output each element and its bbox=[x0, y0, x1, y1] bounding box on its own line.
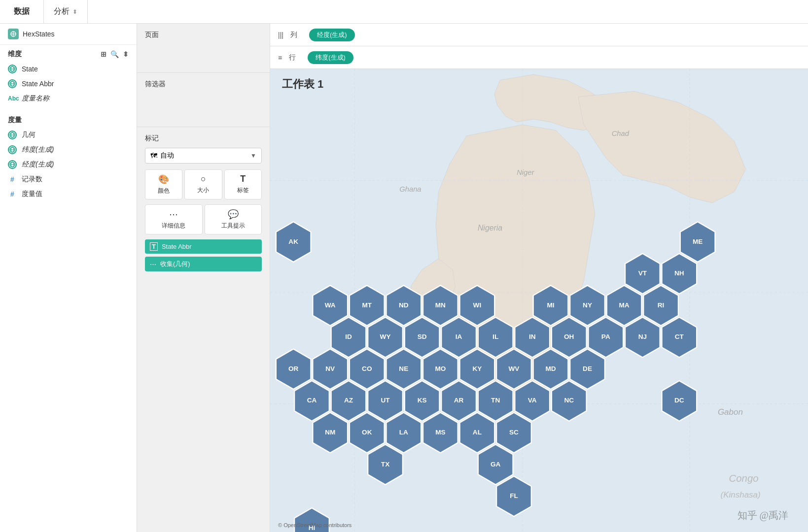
color-label: 颜色 bbox=[158, 187, 170, 195]
hex-state-IA[interactable]: IA bbox=[441, 317, 476, 358]
globe-icon bbox=[8, 145, 17, 154]
svg-marker-54 bbox=[662, 317, 697, 358]
svg-marker-71 bbox=[552, 381, 587, 421]
hex-state-TN[interactable]: TN bbox=[478, 381, 513, 421]
svg-marker-69 bbox=[478, 381, 513, 421]
hex-state-NM[interactable]: NM bbox=[313, 413, 348, 453]
hex-state-KY[interactable]: KY bbox=[460, 349, 495, 390]
measure-item-度量值[interactable]: #度量值 bbox=[0, 187, 137, 201]
measure-item-经度-生成-[interactable]: 经度(生成) bbox=[0, 157, 137, 172]
tab-analysis[interactable]: 分析 ⬍ bbox=[44, 0, 88, 23]
hex-state-NC[interactable]: NC bbox=[552, 381, 587, 421]
dim-label: State Abbr bbox=[22, 80, 54, 88]
hex-state-AL[interactable]: AL bbox=[460, 413, 495, 453]
hex-state-OK[interactable]: OK bbox=[350, 413, 385, 453]
hex-state-WV[interactable]: WV bbox=[496, 349, 531, 390]
hex-state-MO[interactable]: MO bbox=[423, 349, 458, 390]
col-pill[interactable]: 经度(生成) bbox=[309, 29, 355, 41]
hex-state-CT[interactable]: CT bbox=[662, 317, 697, 358]
pill-label: State Abbr bbox=[162, 243, 192, 250]
measures-list: 几何 纬度(生成) 经度(生成)#记录数#度量值 bbox=[0, 128, 137, 201]
hex-state-MD[interactable]: MD bbox=[533, 349, 568, 390]
hex-state-NV[interactable]: NV bbox=[313, 349, 348, 390]
hex-state-SC[interactable]: SC bbox=[496, 413, 531, 453]
hex-state-WI[interactable]: WI bbox=[460, 285, 495, 326]
pill-label: 收集(几何) bbox=[160, 260, 190, 268]
svg-marker-43 bbox=[607, 285, 642, 326]
hex-state-MA[interactable]: MA bbox=[607, 285, 642, 326]
sort-icon[interactable]: ⬍ bbox=[123, 50, 129, 58]
hex-state-FL[interactable]: FL bbox=[496, 476, 531, 517]
hex-state-NY[interactable]: NY bbox=[570, 285, 605, 326]
hex-state-CO[interactable]: CO bbox=[350, 349, 385, 390]
svg-marker-47 bbox=[405, 317, 440, 358]
hex-state-LA[interactable]: LA bbox=[386, 413, 422, 453]
label-button[interactable]: T 标签 bbox=[224, 169, 262, 200]
size-button[interactable]: ○ 大小 bbox=[184, 169, 222, 200]
hex-state-CA[interactable]: CA bbox=[294, 381, 329, 421]
hex-state-WA[interactable]: WA bbox=[313, 285, 348, 326]
hex-state-AR[interactable]: AR bbox=[441, 381, 476, 421]
hex-state-NE[interactable]: NE bbox=[386, 349, 422, 390]
hex-state-VA[interactable]: VA bbox=[515, 381, 550, 421]
dropdown-arrow-icon: ▼ bbox=[250, 152, 256, 159]
hex-state-RI[interactable]: RI bbox=[643, 285, 678, 326]
hex-state-HI[interactable]: HI bbox=[294, 508, 329, 532]
hex-map-overlay[interactable]: AKMEVTNHWAMTNDMNWIMINYMARIIDWYSDIAILINOH… bbox=[270, 69, 808, 532]
hex-state-UT[interactable]: UT bbox=[368, 381, 403, 421]
dimension-item-State[interactable]: State bbox=[0, 62, 137, 76]
hex-state-DE[interactable]: DE bbox=[570, 349, 605, 390]
svg-marker-35 bbox=[662, 254, 697, 294]
hex-state-OR[interactable]: OR bbox=[276, 349, 311, 390]
hex-state-PA[interactable]: PA bbox=[588, 317, 623, 358]
measure-item-几何[interactable]: 几何 bbox=[0, 128, 137, 142]
dimension-item-度量名称[interactable]: Abc度量名称 bbox=[0, 91, 137, 106]
hex-state-ID[interactable]: ID bbox=[331, 317, 366, 358]
hex-state-ME[interactable]: ME bbox=[680, 222, 715, 262]
globe-icon bbox=[8, 79, 17, 88]
hex-state-GA[interactable]: GA bbox=[478, 444, 513, 485]
hex-state-ND[interactable]: ND bbox=[386, 285, 422, 326]
hex-state-NJ[interactable]: NJ bbox=[625, 317, 660, 358]
hex-state-DC[interactable]: DC bbox=[662, 381, 697, 421]
hex-state-KS[interactable]: KS bbox=[405, 381, 440, 421]
svg-marker-45 bbox=[331, 317, 366, 358]
hex-state-NH[interactable]: NH bbox=[662, 254, 697, 294]
hex-state-WY[interactable]: WY bbox=[368, 317, 403, 358]
data-source[interactable]: HexStates bbox=[0, 24, 137, 45]
tab-data[interactable]: 数据 bbox=[0, 0, 44, 23]
hex-state-SD[interactable]: SD bbox=[405, 317, 440, 358]
detail-button[interactable]: ⋯ 详细信息 bbox=[145, 204, 203, 234]
column-shelf: ||| 列 经度(生成) bbox=[270, 24, 808, 46]
hex-state-MS[interactable]: MS bbox=[423, 413, 458, 453]
marks-pill-State Abbr[interactable]: TState Abbr bbox=[145, 239, 262, 254]
hex-state-AZ[interactable]: AZ bbox=[331, 381, 366, 421]
hex-state-IN[interactable]: IN bbox=[515, 317, 550, 358]
row-pill[interactable]: 纬度(生成) bbox=[308, 51, 353, 64]
hex-state-MN[interactable]: MN bbox=[423, 285, 458, 326]
col-pill-label: 经度(生成) bbox=[317, 31, 347, 38]
svg-marker-39 bbox=[423, 285, 458, 326]
measure-item-记录数[interactable]: #记录数 bbox=[0, 172, 137, 187]
label-label: 标签 bbox=[237, 186, 249, 195]
marks-type-dropdown[interactable]: 🗺 自动 ▼ bbox=[145, 148, 262, 164]
hex-state-MT[interactable]: MT bbox=[350, 285, 385, 326]
map-container[interactable]: Nigeria Chad Ghana Gabon Congo (Kinshasa… bbox=[270, 69, 808, 532]
svg-marker-58 bbox=[386, 349, 422, 390]
search-icon[interactable]: 🔍 bbox=[110, 50, 119, 58]
svg-marker-67 bbox=[405, 381, 440, 421]
hex-state-TX[interactable]: TX bbox=[368, 444, 403, 485]
svg-marker-60 bbox=[460, 349, 495, 390]
measure-item-纬度-生成-[interactable]: 纬度(生成) bbox=[0, 142, 137, 157]
hex-state-IL[interactable]: IL bbox=[478, 317, 513, 358]
grid-view-icon[interactable]: ⊞ bbox=[101, 50, 106, 58]
analysis-arrow-icon: ⬍ bbox=[72, 8, 77, 15]
marks-pill-收集几何[interactable]: ⋯收集(几何) bbox=[145, 257, 262, 271]
hex-state-VT[interactable]: VT bbox=[625, 254, 660, 294]
tooltip-button[interactable]: 💬 工具提示 bbox=[205, 204, 262, 234]
hex-state-OH[interactable]: OH bbox=[552, 317, 587, 358]
color-button[interactable]: 🎨 颜色 bbox=[145, 169, 182, 200]
hex-state-MI[interactable]: MI bbox=[533, 285, 568, 326]
hex-state-AK[interactable]: AK bbox=[276, 222, 311, 262]
dimension-item-State-Abbr[interactable]: State Abbr bbox=[0, 76, 137, 91]
